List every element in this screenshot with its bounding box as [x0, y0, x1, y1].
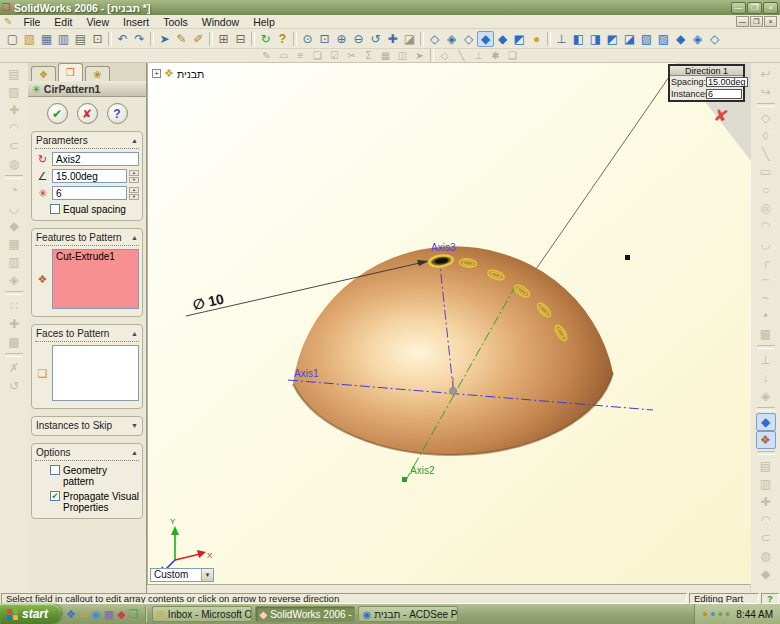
child-restore-button[interactable]: ❐: [750, 16, 763, 27]
tree-expand-icon[interactable]: +: [152, 69, 161, 78]
spacing-field[interactable]: 15.00deg: [706, 77, 748, 87]
menu-insert[interactable]: Insert: [116, 16, 156, 28]
circle-button[interactable]: ○: [756, 181, 776, 199]
rel-perpendicular-button[interactable]: ⊥: [470, 50, 487, 62]
pan-button[interactable]: ✚: [384, 31, 401, 47]
dim-button[interactable]: ◊: [756, 127, 776, 145]
tray-icon-2[interactable]: ●: [710, 609, 715, 619]
rebuild-button[interactable]: ↻: [257, 31, 274, 47]
options-group-header[interactable]: Options ▲: [35, 446, 139, 461]
point-button[interactable]: •: [756, 307, 776, 325]
normal-sketch-button[interactable]: ⊥: [756, 351, 776, 369]
tool-equations-button[interactable]: Σ: [360, 50, 377, 62]
print-preview-button[interactable]: ⊡: [89, 31, 106, 47]
section-view-button[interactable]: ◪: [401, 31, 418, 47]
angle-spinner[interactable]: ▲ ▼: [129, 170, 139, 183]
boundary-button[interactable]: ⊂: [4, 137, 24, 155]
shell-button[interactable]: ◈: [4, 271, 24, 289]
smart-dimension-button[interactable]: ◇: [756, 109, 776, 127]
axis3-label[interactable]: Axis3: [431, 242, 456, 253]
mirror-button[interactable]: ▩: [4, 333, 24, 351]
quicklaunch-app1-icon[interactable]: ▦: [104, 608, 114, 621]
features-list[interactable]: Cut-Extrude1: [52, 249, 139, 309]
wireframe-button[interactable]: ◇: [426, 31, 443, 47]
zoom-in-out-button[interactable]: ⊕: [333, 31, 350, 47]
child-minimize-button[interactable]: —: [736, 16, 749, 27]
tool-checklist-button[interactable]: ☑: [326, 50, 343, 62]
features-list-item[interactable]: Cut-Extrude1: [56, 251, 115, 262]
3point-arc-button[interactable]: ╭: [756, 253, 776, 271]
extrude-boss-button[interactable]: ▤: [4, 65, 24, 83]
zoom-fit-button[interactable]: ⊙: [299, 31, 316, 47]
view-top-button[interactable]: ▧: [638, 31, 655, 47]
dimension-button[interactable]: ✐: [190, 31, 207, 47]
geometry-pattern-checkbox[interactable]: [50, 465, 60, 475]
shadows-button[interactable]: ◩: [511, 31, 528, 47]
faces-list[interactable]: [52, 345, 139, 401]
dome-button[interactable]: ◍: [4, 155, 24, 173]
rotate-view-button[interactable]: ↺: [367, 31, 384, 47]
angle-field[interactable]: 15.00deg: [52, 169, 127, 183]
quicklaunch-browser-icon[interactable]: ❖: [66, 608, 76, 621]
tab-configuration-manager[interactable]: ❀: [85, 66, 110, 81]
hidden-lines-removed-button[interactable]: ◇: [460, 31, 477, 47]
tool-arrow-button[interactable]: ➤: [411, 50, 428, 62]
child-close-button[interactable]: ×: [764, 16, 777, 27]
curvature-button[interactable]: ●: [528, 31, 545, 47]
loft-button[interactable]: ◠: [4, 119, 24, 137]
save-all-button[interactable]: ▥: [55, 31, 72, 47]
hidden-lines-visible-button[interactable]: ◈: [443, 31, 460, 47]
menu-help[interactable]: Help: [246, 16, 282, 28]
status-help-icon[interactable]: ?: [761, 593, 779, 604]
skip-group-header[interactable]: Instances to Skip ▼: [35, 419, 139, 433]
start-button[interactable]: start: [0, 604, 61, 624]
minimize-button[interactable]: —: [731, 2, 746, 14]
fillet-button[interactable]: ◆: [4, 217, 24, 235]
move-entities-button[interactable]: ↓: [756, 369, 776, 387]
pattern-axis-field[interactable]: Axis2: [52, 152, 139, 166]
centerline-button[interactable]: ┄: [756, 271, 776, 289]
3d-sketch-button[interactable]: ↪: [756, 83, 776, 101]
zoom-selection-button[interactable]: ⊖: [350, 31, 367, 47]
parameters-group-header[interactable]: Parameters ▲: [35, 134, 139, 149]
view-trimetric-button[interactable]: ◈: [689, 31, 706, 47]
view-scale-combo[interactable]: Custom ▼: [150, 568, 214, 582]
menu-view[interactable]: View: [79, 16, 116, 28]
view-isometric-button[interactable]: ◆: [672, 31, 689, 47]
tab-feature-manager[interactable]: ❖: [31, 66, 56, 81]
quicklaunch-media-icon[interactable]: ◉: [91, 608, 101, 621]
taskbar-button-solidworks[interactable]: ◆ SolidWorks 2006 - [ת...: [255, 606, 355, 622]
new-button[interactable]: ▢: [4, 31, 21, 47]
select-button[interactable]: ➤: [156, 31, 173, 47]
rectangle-button[interactable]: ▭: [756, 163, 776, 181]
tab-property-manager[interactable]: ❒: [58, 63, 83, 81]
linear-pattern-button[interactable]: ∷: [4, 297, 24, 315]
snap-button[interactable]: ⊟: [232, 31, 249, 47]
quicklaunch-mail-icon[interactable]: ✉: [79, 608, 88, 621]
open-button[interactable]: ▧: [21, 31, 38, 47]
fillet2-button[interactable]: ◆: [756, 565, 776, 583]
revolve2-button[interactable]: ▥: [756, 475, 776, 493]
view-right-button[interactable]: ◪: [621, 31, 638, 47]
restore-button[interactable]: ❐: [747, 2, 762, 14]
instances-field[interactable]: 6: [706, 89, 742, 99]
revolve-boss-button[interactable]: ▧: [4, 83, 24, 101]
circular-pattern-button[interactable]: ✚: [4, 315, 24, 333]
features-active-button[interactable]: ◆: [756, 413, 776, 431]
graphics-viewport[interactable]: ✘ Axis1 Axis3 Axis2: [147, 63, 750, 584]
tangent-arc-button[interactable]: ◡: [756, 235, 776, 253]
print-button[interactable]: ▤: [72, 31, 89, 47]
ok-button[interactable]: ✔: [47, 103, 68, 124]
help-button[interactable]: ?: [274, 31, 291, 47]
sweep2-button[interactable]: ✚: [756, 493, 776, 511]
spin-up-icon[interactable]: ▲: [129, 170, 139, 176]
zoom-area-button[interactable]: ⊡: [316, 31, 333, 47]
menu-window[interactable]: Window: [195, 16, 246, 28]
tool-table-button[interactable]: ≡: [292, 50, 309, 62]
menu-tools[interactable]: Tools: [156, 16, 195, 28]
rel-diamond-button[interactable]: ◇: [436, 50, 453, 62]
shaded-with-edges-button[interactable]: ◆: [477, 31, 494, 47]
line-button[interactable]: ╲: [756, 145, 776, 163]
rel-star-button[interactable]: ✱: [487, 50, 504, 62]
arc-button[interactable]: ◠: [756, 217, 776, 235]
